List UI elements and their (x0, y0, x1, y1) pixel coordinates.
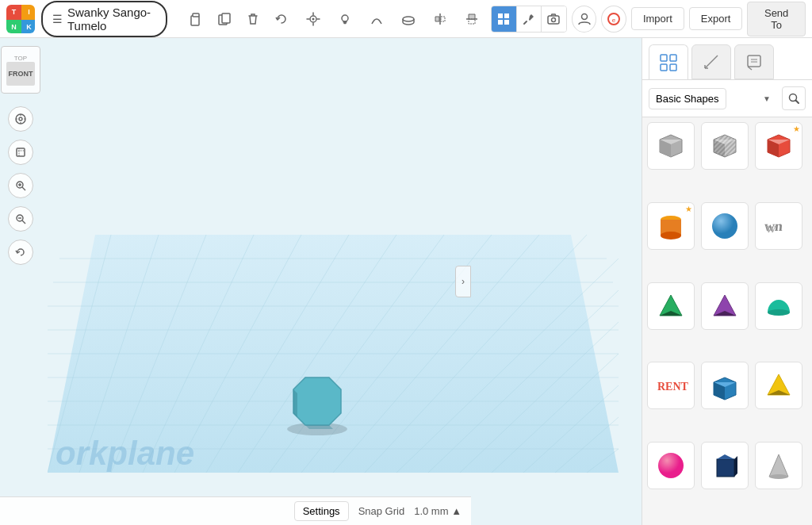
header-right: e Import Export Send To (491, 2, 806, 36)
snap-grid-value[interactable]: 1.0 mm ▲ (414, 505, 462, 517)
camera-view-button[interactable] (542, 6, 566, 32)
svg-marker-62 (305, 425, 333, 429)
svg-rect-0 (191, 16, 199, 25)
fit-view-button[interactable] (8, 140, 33, 165)
category-select-wrapper: Basic Shapes ▼ (649, 88, 777, 109)
mirror-tool-button[interactable] (459, 6, 485, 32)
panel-tabs (642, 38, 812, 80)
logo-n: N (6, 20, 21, 33)
svg-line-14 (524, 21, 527, 24)
svg-marker-60 (293, 377, 341, 425)
tab-shapes[interactable] (649, 44, 688, 79)
svg-rect-63 (661, 55, 667, 61)
logo-t: T (6, 5, 21, 20)
star-badge-cylinder: ★ (685, 205, 692, 213)
shape-tool-button[interactable] (364, 6, 389, 32)
svg-point-87 (712, 213, 737, 239)
svg-point-5 (312, 17, 315, 20)
user-profile-button[interactable] (572, 6, 596, 33)
svg-rect-65 (661, 64, 667, 71)
svg-rect-22 (17, 148, 25, 156)
light-tool-button[interactable] (332, 6, 358, 32)
view-toggle-group (491, 6, 567, 33)
svg-text:RENT: RENT (657, 381, 688, 393)
paste-button[interactable] (183, 6, 209, 32)
snap-grid-label: Snap Grid (358, 505, 405, 517)
svg-line-72 (796, 101, 799, 104)
send-to-button[interactable]: Send To (747, 2, 806, 36)
shape-item-cylinder[interactable]: ★ (647, 202, 695, 250)
right-panel: Basic Shapes ▼ (642, 38, 812, 525)
shapes-grid: ★ ★ wnw (642, 117, 812, 525)
project-name-area[interactable]: ☰ Swanky Sango-Tumelo (41, 1, 167, 37)
svg-text:orkplane: orkplane (56, 435, 194, 472)
panel-search-row: Basic Shapes ▼ (642, 80, 812, 117)
svg-rect-15 (548, 16, 559, 24)
zoom-out-button[interactable] (8, 206, 33, 232)
hammer-view-button[interactable] (517, 6, 542, 32)
flip-tool-button[interactable] (427, 6, 453, 32)
shape-item-text3d[interactable]: wnw (755, 202, 802, 250)
star-badge: ★ (793, 125, 800, 133)
align-tool-button[interactable] (396, 6, 421, 32)
svg-rect-1 (193, 13, 199, 17)
rotate-view-button[interactable] (8, 240, 33, 265)
undo-button[interactable] (269, 6, 294, 32)
list-icon: ☰ (52, 13, 63, 25)
search-button[interactable] (782, 86, 806, 110)
shape-item-pyramid-green[interactable] (647, 282, 695, 330)
svg-point-16 (552, 17, 556, 21)
svg-rect-3 (222, 13, 230, 23)
shape-item-text-red[interactable]: RENT (647, 362, 695, 409)
settings-button[interactable]: Settings (294, 501, 349, 521)
svg-rect-64 (670, 55, 676, 61)
svg-point-106 (769, 474, 788, 479)
view-cube-top-label: TOP (14, 55, 27, 62)
shape-item-pyramid-yellow[interactable] (755, 362, 802, 409)
svg-point-101 (658, 453, 684, 478)
settings-profile-button[interactable]: e (601, 6, 626, 33)
svg-point-17 (581, 13, 587, 19)
settings-bar: Settings Snap Grid 1.0 mm ▲ (0, 496, 471, 525)
svg-rect-102 (717, 459, 734, 477)
logo-i: I (21, 5, 35, 20)
view-cube-front-label: FRONT (6, 62, 35, 86)
shape-item-box-striped[interactable] (701, 122, 749, 170)
shape-item-sphere[interactable] (701, 202, 749, 250)
svg-rect-66 (670, 64, 676, 71)
copy-button[interactable] (212, 6, 237, 32)
export-button[interactable]: Export (689, 7, 743, 30)
home-view-button[interactable] (8, 106, 33, 132)
shape-item-box-red[interactable]: ★ (755, 122, 802, 170)
svg-rect-13 (504, 20, 509, 25)
svg-marker-103 (717, 454, 734, 459)
shape-item-dome[interactable] (755, 282, 802, 330)
category-select[interactable]: Basic Shapes (649, 88, 726, 109)
svg-point-7 (403, 17, 414, 21)
shape-item-box-gray[interactable] (647, 122, 695, 170)
viewport[interactable]: orkplane › Settings Snap Grid 1.0 mm ▲ (0, 38, 642, 525)
view-cube[interactable]: TOP FRONT (1, 46, 40, 94)
shape-item-box-blue[interactable] (701, 362, 749, 409)
svg-rect-67 (748, 56, 760, 67)
grid-view-button[interactable] (492, 6, 516, 32)
camera-tool-button[interactable] (301, 6, 326, 32)
shape-item-pyramid-purple[interactable] (701, 282, 749, 330)
logo-k: K (21, 20, 35, 33)
shape-item-cone[interactable] (755, 442, 802, 489)
zoom-in-button[interactable] (8, 173, 33, 198)
tab-measure[interactable] (691, 44, 731, 79)
svg-text:w: w (765, 220, 777, 236)
svg-point-21 (19, 117, 22, 121)
tab-notes[interactable] (734, 44, 774, 79)
svg-line-24 (22, 187, 25, 190)
delete-button[interactable] (240, 6, 266, 32)
shape-item-sphere-pink[interactable] (647, 442, 695, 489)
svg-text:e: e (612, 17, 616, 24)
sidebar-collapse-button[interactable]: › (455, 266, 471, 297)
svg-marker-104 (734, 456, 737, 477)
project-name: Swanky Sango-Tumelo (67, 6, 156, 33)
shape-item-box-navy[interactable] (701, 442, 749, 489)
import-button[interactable]: Import (631, 7, 684, 30)
left-controls: TOP FRONT (0, 38, 41, 274)
